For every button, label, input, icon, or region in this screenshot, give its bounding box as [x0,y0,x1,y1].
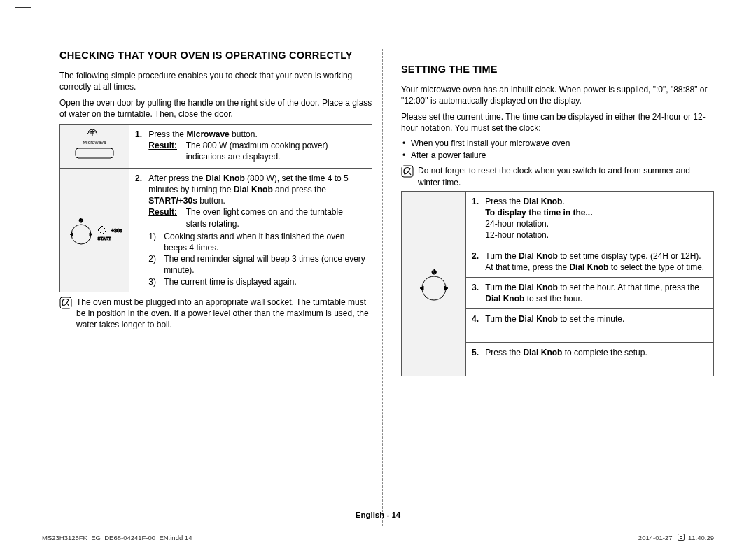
step-2-text: After press the Dial Knob (800 W), set t… [148,173,365,287]
svg-text:+30s: +30s [111,228,122,233]
step-number: 3. [472,282,483,293]
result-label: Result: [148,206,183,218]
time-step-2: 2. Turn the Dial Knob to set time displa… [466,246,714,277]
note-icon [59,297,72,309]
step-number: 5. [472,347,483,358]
right-note-text: Do not forget to reset the clock when yo… [418,165,714,187]
time-step-1-24h: 24-hour notation. [485,219,549,229]
svg-text:⏻: ⏻ [79,218,83,222]
step-2-sublist: Cooking starts and when it has finished … [148,231,365,287]
step-1-result: The 800 W (maximum cooking power) indica… [186,140,364,162]
bullet-first-install: When you first install your microwave ov… [401,138,714,150]
step-2-sub-2: The end reminder signal will beep 3 time… [148,253,365,276]
bullet-power-failure: After a power failure [401,150,714,162]
time-step-4: 4. Turn the Dial Knob to set the minute. [466,309,714,343]
left-column: CHECKING THAT YOUR OVEN IS OPERATING COR… [59,49,383,526]
step-2-cell: 2. After press the Dial Knob (800 W), se… [130,168,372,292]
page-footer-lang: English - 14 [0,511,756,519]
page: CHECKING THAT YOUR OVEN IS OPERATING COR… [59,49,714,526]
left-note: The oven must be plugged into an appropr… [59,297,372,331]
svg-text:⏻: ⏻ [431,269,436,274]
checking-steps-table: Microwave 1. Press the Microwave button.… [59,124,372,292]
step-number: 1. [472,196,483,207]
step-2-sub-3: The current time is displayed again. [148,276,365,287]
svg-text:START: START [97,236,111,241]
left-intro-2: Open the oven door by pulling the handle… [59,97,372,120]
time-step-1-subhead: To display the time in the... [485,208,592,218]
dial-start-icon: ⏻ +30s START [66,206,123,254]
section-heading-checking: CHECKING THAT YOUR OVEN IS OPERATING COR… [59,49,372,64]
step-number: 2. [135,173,146,184]
time-steps-table: ⏻ 1. Press the Dial Knob. To display the… [401,191,714,377]
microwave-icon-label: Microwave [83,140,106,145]
right-note: Do not forget to reset the clock when yo… [401,165,714,187]
time-step-1: 1. Press the Dial Knob. To display the t… [466,191,714,246]
folio-icon [678,534,685,541]
step-1-cell: 1. Press the Microwave button. Result: T… [130,124,372,168]
microwave-button-icon: Microwave [70,129,119,164]
step-2-sub-1: Cooking starts and when it has finished … [148,231,365,253]
imprint-datetime: 2014-01-27 11:40:29 [638,534,714,541]
note-icon [401,165,414,178]
crop-mark-vertical [34,0,34,20]
right-intro-2: Please set the current time. The time ca… [401,111,714,134]
step-number: 1. [135,129,146,140]
step-number: 4. [472,313,483,325]
svg-rect-0 [76,148,113,158]
step-2-result: The oven light comes on and the turntabl… [186,206,364,229]
illus-dial-start: ⏻ +30s START [60,168,130,292]
step-1-text: Press the Microwave button. Result: The … [148,129,365,163]
right-intro-1: Your microwave oven has an inbuilt clock… [401,84,714,106]
illus-dial-knob: ⏻ [402,191,466,376]
right-bullets: When you first install your microwave ov… [401,138,714,162]
time-step-1-12h: 12-hour notation. [485,230,549,240]
time-step-5: 5. Press the Dial Knob to complete the s… [466,343,714,376]
dial-knob-icon: ⏻ [408,263,460,305]
result-label: Result: [148,140,183,151]
crop-mark-horizontal [15,7,31,8]
illus-microwave-button: Microwave [60,124,130,168]
left-note-text: The oven must be plugged into an appropr… [76,297,372,331]
right-column: SETTING THE TIME Your microwave oven has… [401,49,714,526]
section-heading-time: SETTING THE TIME [401,63,714,78]
svg-point-1 [71,225,91,244]
imprint-bar: MS23H3125FK_EG_DE68-04241F-00_EN.indd 14… [42,534,714,541]
time-step-3: 3. Turn the Dial Knob to set the hour. A… [466,277,714,308]
svg-point-7 [422,276,446,300]
imprint-file: MS23H3125FK_EG_DE68-04241F-00_EN.indd 14 [42,534,192,541]
step-number: 2. [472,250,483,262]
left-intro-1: The following simple procedure enables y… [59,70,372,92]
